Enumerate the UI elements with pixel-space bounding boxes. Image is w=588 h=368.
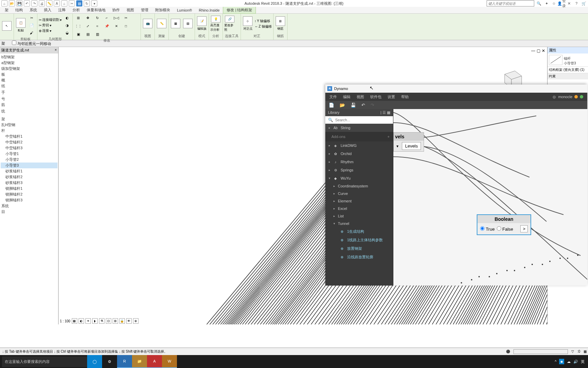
library-node[interactable]: ▸List xyxy=(325,212,393,220)
geo-icon-1[interactable]: ◐ xyxy=(63,14,71,21)
dyn-open-icon[interactable]: 📂 xyxy=(340,103,345,108)
tab-collab[interactable]: 协作 xyxy=(109,7,123,13)
tree-item[interactable]: 锁脚锚杆1 xyxy=(1,186,58,191)
tree-item[interactable]: 乱H型钢 xyxy=(1,122,58,128)
tree-item[interactable]: 中空锚杆1 xyxy=(1,134,58,139)
task-settings-icon[interactable]: ⚙ xyxy=(102,355,117,368)
tray-app-icon[interactable]: ■ xyxy=(559,359,564,364)
task-cortana-icon[interactable]: ◯ xyxy=(87,355,102,368)
tab-massing[interactable]: 体量和场地 xyxy=(83,7,109,13)
tree-item[interactable]: 砂浆锚杆1 xyxy=(1,168,58,174)
library-node[interactable]: ⊕1线路上主体结构参数 xyxy=(325,236,393,244)
library-node[interactable]: ▸Excel xyxy=(325,205,393,212)
tab-addin[interactable]: 附加模块 xyxy=(152,7,174,13)
node-boolean[interactable]: Boolean True False > xyxy=(477,214,531,235)
dyn-menu-settings[interactable]: 设置 xyxy=(388,94,395,99)
login-button[interactable]: 👤登录 xyxy=(559,1,564,6)
tree-item[interactable]: 统 xyxy=(1,108,58,114)
tree-item[interactable]: a型钢架 xyxy=(1,60,58,66)
tree-item[interactable]: 系统 xyxy=(1,203,58,209)
library-node[interactable]: ▸Element xyxy=(325,197,393,205)
tab-annotate[interactable]: 注释 xyxy=(55,7,69,13)
node-boolean-output[interactable]: > xyxy=(520,225,528,232)
qat-home-icon[interactable]: ⌂ xyxy=(1,0,7,6)
lib-view-icons[interactable]: | ☰ ▦ xyxy=(380,110,390,115)
move-icon[interactable]: ✥ xyxy=(84,14,92,21)
cart-icon[interactable]: 🛒 xyxy=(581,1,587,6)
mirror-icon[interactable]: ▷◁ xyxy=(112,14,120,21)
detail-icon[interactable]: ▦ xyxy=(72,318,77,324)
qat-save-icon[interactable]: 💾 xyxy=(16,0,22,6)
qat-print-icon[interactable]: 🖨 xyxy=(39,0,45,6)
measure-button[interactable]: 📏 xyxy=(156,16,167,32)
tab-rhino[interactable]: Rhino.Inside xyxy=(195,7,223,13)
scale-icon[interactable]: ⤢ xyxy=(84,22,92,29)
tree-item[interactable]: 砂浆锚杆3 xyxy=(1,180,58,186)
tree-item[interactable]: 锁脚锚杆3 xyxy=(1,197,58,203)
tree-item[interactable]: 架 xyxy=(1,116,58,122)
dyn-monocle[interactable]: ◎ monocle xyxy=(553,95,583,99)
dyn-redo-icon[interactable]: ↷ xyxy=(371,103,374,108)
library-node[interactable]: ⊕1生成结构 xyxy=(325,227,393,236)
tray-ime[interactable]: 英 xyxy=(581,359,585,364)
task-autocad-icon[interactable]: A xyxy=(147,355,162,368)
filter-icon[interactable]: ▽ xyxy=(571,350,574,353)
tab-insert[interactable]: 插入 xyxy=(40,7,55,13)
close-icon[interactable]: × xyxy=(55,48,57,52)
dyn-menu-help[interactable]: 帮助 xyxy=(401,94,409,99)
task-wps-icon[interactable]: W xyxy=(162,355,177,368)
qat-undo-icon[interactable]: ↶ xyxy=(24,0,30,6)
qat-sync-icon[interactable]: ↻ xyxy=(84,0,90,6)
tree-item[interactable]: 纸 xyxy=(1,83,58,89)
cut-icon[interactable]: ✂ xyxy=(28,14,36,21)
task-explorer-icon[interactable]: 📁 xyxy=(132,355,147,368)
tree-item[interactable]: 小导管3 xyxy=(1,163,58,168)
shadow-icon[interactable]: ◗ xyxy=(92,318,98,324)
z-offset-button[interactable]: ↔ Z 轴偏移 xyxy=(255,24,272,29)
library-node[interactable]: ▸Curve xyxy=(325,190,393,197)
star-icon[interactable]: ☆ xyxy=(551,1,557,6)
search-icon[interactable]: 🔍 xyxy=(536,1,542,6)
maximize-icon[interactable]: ▢ xyxy=(537,48,540,53)
task-revit-icon[interactable]: R xyxy=(117,355,132,368)
boolean-false-radio[interactable]: False xyxy=(497,226,513,232)
library-node[interactable]: ▸✿Orchid xyxy=(325,150,393,158)
tree-item[interactable]: 号 xyxy=(1,96,58,102)
qat-more-icon[interactable]: ▾ xyxy=(91,0,97,6)
alignpoint-button[interactable]: ⊹对正点 xyxy=(242,16,253,32)
dynamo-titlebar[interactable]: R Dynamo xyxy=(325,85,587,93)
qat-measure-icon[interactable]: 📏 xyxy=(46,0,52,6)
node-levels[interactable]: vels ▾ Levels xyxy=(393,132,424,152)
dyn-undo-icon[interactable]: ↶ xyxy=(361,103,365,108)
cut-button[interactable]: ✂ 剪切 ▾ xyxy=(39,23,62,28)
library-node[interactable]: ▸AbString xyxy=(325,124,393,132)
tab-view[interactable]: 视图 xyxy=(123,7,137,13)
library-node[interactable]: ▸♪Rhythm xyxy=(325,158,393,166)
delete-icon[interactable]: ✕ xyxy=(112,22,120,29)
tab-manage[interactable]: 管理 xyxy=(137,7,152,13)
array-icon[interactable]: ⋮⋮ xyxy=(74,22,82,29)
qat-3d-icon[interactable]: ⌂ xyxy=(61,0,67,6)
library-search-input[interactable] xyxy=(335,118,390,122)
hide-icon[interactable]: 👁 xyxy=(126,318,132,324)
dyn-new-icon[interactable]: 📄 xyxy=(329,103,334,108)
dyn-menu-view[interactable]: 视图 xyxy=(357,94,364,99)
help-search-input[interactable] xyxy=(487,0,534,6)
tab-arch[interactable]: 架 xyxy=(1,7,12,13)
close-view-icon[interactable]: ✕ xyxy=(542,48,545,53)
tree-item[interactable]: 小导管1 xyxy=(1,151,58,157)
library-node[interactable]: ▾Tunnel xyxy=(325,220,393,227)
dyn-menu-file[interactable]: 文件 xyxy=(329,94,337,99)
status-input[interactable] xyxy=(513,349,568,354)
mod-a-icon[interactable]: □ xyxy=(122,22,130,29)
style-icon[interactable]: ◐ xyxy=(79,318,84,324)
tree-item[interactable]: b型钢架 xyxy=(1,54,58,60)
reveal-icon[interactable]: ⊕ xyxy=(133,318,138,324)
mod-d-icon[interactable]: ▥ xyxy=(93,31,101,37)
status-icon-2[interactable]: ▦ xyxy=(584,350,587,353)
tree-item[interactable]: 中空锚杆3 xyxy=(1,145,58,151)
y-offset-button[interactable]: ↕ Y 轴偏移 xyxy=(255,19,272,24)
view-button[interactable]: 📺 xyxy=(142,16,153,32)
tab-modify[interactable]: 修改 | 结构框架 xyxy=(223,6,256,14)
crop-icon[interactable]: ⊡ xyxy=(106,318,111,324)
